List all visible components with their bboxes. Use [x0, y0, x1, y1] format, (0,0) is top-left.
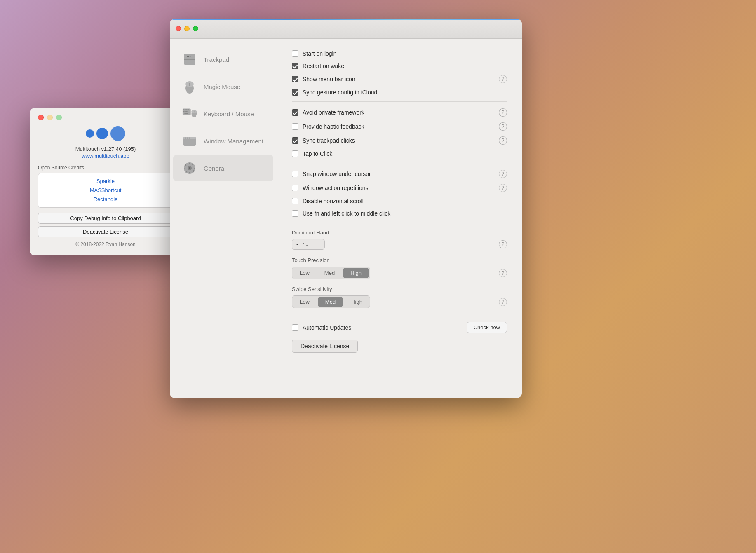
magic-mouse-icon — [181, 78, 198, 95]
checkbox-avoid-private-framework[interactable] — [292, 109, 298, 116]
checkbox-start-on-login[interactable] — [292, 50, 298, 57]
help-touch-precision[interactable]: ? — [499, 269, 507, 277]
svg-point-20 — [187, 138, 188, 139]
copy-debug-button[interactable]: Copy Debug Info to Clipboard — [38, 213, 173, 224]
touch-precision-med[interactable]: Med — [317, 267, 342, 279]
sidebar-item-magic-mouse[interactable]: Magic Mouse — [173, 73, 273, 100]
maximize-button[interactable] — [56, 115, 62, 120]
check-now-button[interactable]: Check now — [467, 322, 507, 333]
touch-precision-row: Low Med High ? — [292, 267, 507, 279]
prefs-deactivate-button[interactable]: Deactivate License — [292, 340, 358, 353]
label-sync-trackpad-clicks: Sync trackpad clicks — [303, 137, 355, 144]
setting-avoid-private-framework: Avoid private framework ? — [292, 108, 507, 117]
minimize-button[interactable] — [47, 115, 53, 120]
chevron-up-down-icon: ⌃⌄ — [302, 242, 308, 247]
setting-snap-window: Snap window under cursor ? — [292, 170, 507, 178]
setting-sync-gesture-config: Sync gesture config in iCloud — [292, 89, 507, 96]
sidebar-window-management-label: Window Management — [204, 138, 263, 145]
touch-precision-high[interactable]: High — [343, 268, 369, 278]
about-body: Multitouch v1.27.40 (195) www.multitouch… — [38, 126, 173, 247]
app-logo — [86, 126, 125, 141]
checkbox-sync-trackpad-clicks[interactable] — [292, 137, 298, 144]
help-avoid-private-framework[interactable]: ? — [499, 108, 507, 117]
label-disable-horizontal-scroll: Disable horizontal scroll — [303, 198, 364, 204]
svg-rect-11 — [185, 111, 186, 112]
help-snap-window[interactable]: ? — [499, 170, 507, 178]
sidebar-item-keyboard-mouse[interactable]: Keyboard / Mouse — [173, 101, 273, 127]
label-avoid-private-framework: Avoid private framework — [303, 109, 364, 116]
prefs-maximize-button[interactable] — [193, 26, 198, 31]
swipe-sensitivity-high[interactable]: High — [344, 296, 370, 308]
app-url-link[interactable]: www.multitouch.app — [82, 153, 129, 159]
sidebar: Trackpad Magic Mouse — [170, 39, 277, 397]
touch-precision-section: Touch Precision Low Med High ? — [292, 257, 507, 279]
swipe-sensitivity-section: Swipe Sensitivity Low Med High ? — [292, 286, 507, 308]
svg-rect-13 — [184, 113, 188, 114]
svg-point-19 — [185, 138, 186, 139]
dominant-hand-dropdown[interactable]: - ⌃⌄ — [292, 239, 325, 250]
help-swipe-sensitivity[interactable]: ? — [499, 298, 507, 306]
sidebar-item-window-management[interactable]: Window Management — [173, 128, 273, 154]
sidebar-item-trackpad[interactable]: Trackpad — [173, 46, 273, 73]
swipe-sensitivity-med[interactable]: Med — [318, 297, 343, 307]
traffic-lights — [38, 115, 173, 120]
help-provide-haptic-feedback[interactable]: ? — [499, 122, 507, 131]
prefs-minimize-button[interactable] — [184, 26, 190, 31]
help-sync-trackpad-clicks[interactable]: ? — [499, 136, 507, 145]
rectangle-link[interactable]: Rectangle — [43, 195, 168, 204]
copyright-text: © 2018-2022 Ryan Hanson — [75, 241, 136, 247]
checkbox-window-action-repetitions[interactable] — [292, 185, 298, 191]
auto-update-row: Automatic Updates Check now — [292, 322, 507, 333]
swipe-sensitivity-label: Swipe Sensitivity — [292, 286, 507, 292]
credits-box: Sparkle MASShortcut Rectangle — [38, 173, 173, 208]
touch-precision-control: Low Med High — [292, 267, 370, 279]
divider-2 — [292, 163, 507, 163]
swipe-sensitivity-low[interactable]: Low — [292, 296, 317, 308]
help-window-action-repetitions[interactable]: ? — [499, 184, 507, 192]
help-show-menu-bar-icon[interactable]: ? — [499, 75, 507, 83]
prefs-close-button[interactable] — [176, 26, 181, 31]
prefs-window: Trackpad Magic Mouse — [170, 19, 522, 398]
label-start-on-login: Start on login — [303, 50, 337, 57]
setting-show-menu-bar-icon: Show menu bar icon ? — [292, 75, 507, 83]
svg-rect-6 — [183, 109, 185, 110]
setting-disable-horizontal-scroll: Disable horizontal scroll — [292, 198, 507, 204]
checkbox-tap-to-click[interactable] — [292, 150, 298, 157]
sidebar-item-general[interactable]: General — [173, 155, 273, 181]
divider-4 — [292, 315, 507, 315]
checkbox-automatic-updates[interactable] — [292, 324, 298, 331]
about-window: Multitouch v1.27.40 (195) www.multitouch… — [30, 108, 181, 255]
about-deactivate-button[interactable]: Deactivate License — [38, 226, 173, 237]
close-button[interactable] — [38, 115, 44, 120]
dominant-hand-row: - ⌃⌄ ? — [292, 239, 507, 250]
keyboard-mouse-icon — [181, 105, 198, 122]
svg-rect-12 — [186, 111, 188, 112]
checkbox-snap-window[interactable] — [292, 171, 298, 177]
checkbox-sync-gesture-config[interactable] — [292, 89, 298, 96]
setting-use-fn-middle-click: Use fn and left click to middle click — [292, 210, 507, 217]
setting-tap-to-click: Tap to Click — [292, 150, 507, 157]
sidebar-general-label: General — [204, 165, 225, 172]
svg-rect-10 — [183, 111, 185, 112]
label-tap-to-click: Tap to Click — [303, 150, 332, 157]
help-dominant-hand[interactable]: ? — [499, 240, 507, 248]
touch-precision-label: Touch Precision — [292, 257, 507, 263]
checkbox-show-menu-bar-icon[interactable] — [292, 76, 298, 82]
label-restart-on-wake: Restart on wake — [303, 63, 344, 69]
checkbox-use-fn-middle-click[interactable] — [292, 210, 298, 217]
label-automatic-updates: Automatic Updates — [303, 324, 351, 331]
window-management-icon — [181, 133, 198, 149]
touch-precision-low[interactable]: Low — [292, 267, 317, 279]
svg-point-24 — [189, 167, 190, 169]
checkbox-restart-on-wake[interactable] — [292, 63, 298, 69]
checkbox-provide-haptic-feedback[interactable] — [292, 123, 298, 130]
label-use-fn-middle-click: Use fn and left click to middle click — [303, 210, 390, 217]
sparkle-link[interactable]: Sparkle — [43, 177, 168, 186]
toolbar-accent — [170, 19, 522, 20]
prefs-content: Start on login Restart on wake Show menu… — [277, 39, 522, 397]
checkbox-disable-horizontal-scroll[interactable] — [292, 198, 298, 204]
setting-window-action-repetitions: Window action repetitions ? — [292, 184, 507, 192]
masshortcut-link[interactable]: MASShortcut — [43, 186, 168, 195]
label-show-menu-bar-icon: Show menu bar icon — [303, 76, 355, 82]
svg-point-21 — [189, 138, 190, 139]
